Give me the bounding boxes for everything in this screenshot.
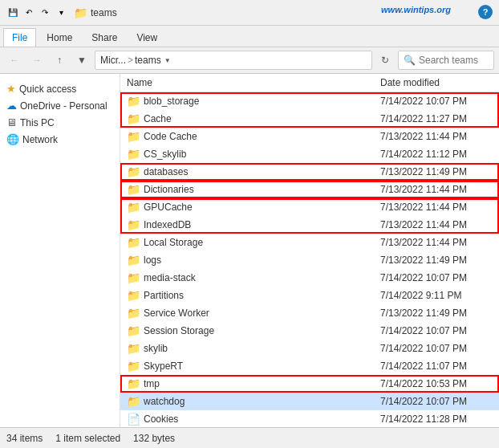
file-name: SkypeRT [144,360,380,372]
tab-file[interactable]: File [3,28,36,47]
column-date: Date modified [380,77,493,88]
folder-icon: 📁 [127,183,140,196]
file-name: Cache [144,113,380,124]
file-item-cookies[interactable]: 📄Cookies7/14/2022 11:28 PM [120,410,499,427]
file-item-logs[interactable]: 📁logs7/13/2022 11:49 PM [120,251,499,269]
status-bar: 34 items 1 item selected 132 bytes [0,427,499,448]
address-bar: ← → ↑ ▼ Micr... > teams ▼ ↻ 🔍 [0,47,499,74]
file-item-session-storage[interactable]: 📁Session Storage7/14/2022 10:07 PM [120,322,499,340]
folder-title-icon: 📁 [74,6,87,19]
column-name: Name [127,77,380,88]
file-name: GPUCache [144,202,380,213]
file-date: 7/14/2022 10:07 PM [380,343,493,354]
up-button[interactable]: ↑ [50,51,69,70]
sidebar-label-network: Network [22,134,58,145]
file-date: 7/14/2022 11:07 PM [380,360,493,372]
file-item-skylib[interactable]: 📁skylib7/14/2022 10:07 PM [120,340,499,357]
properties-icon[interactable]: ▾ [55,6,67,19]
help-button[interactable]: ? [478,5,493,19]
watermark: www.wintips.org [381,5,451,14]
file-name: Dictionaries [144,184,380,195]
file-date: 7/14/2022 11:28 PM [380,413,493,425]
window-title: teams [91,7,117,18]
sidebar-item-network[interactable]: 🌐 Network [0,131,120,148]
folder-icon: 📁 [127,289,140,302]
file-name: Code Cache [144,131,380,142]
status-file-size: 132 bytes [133,433,175,444]
cloud-icon: ☁ [6,100,17,112]
folder-icon: 📁 [127,218,140,231]
sidebar-label-onedrive: OneDrive - Personal [20,100,108,112]
file-item-dictionaries[interactable]: 📁Dictionaries7/13/2022 11:44 PM [120,181,499,198]
file-item-gpucache[interactable]: 📁GPUCache7/13/2022 11:44 PM [120,198,499,216]
folder-icon: 📁 [127,130,140,143]
ribbon-tabs: File Home Share View [0,26,499,47]
file-name: blob_storage [144,96,380,107]
path-part-teams: teams [135,55,161,66]
sidebar-label-this-pc: This PC [20,117,55,128]
recent-button[interactable]: ▼ [72,51,91,70]
file-item-local-storage[interactable]: 📁Local Storage7/13/2022 11:44 PM [120,234,499,251]
file-name: databases [144,166,380,177]
sidebar-item-this-pc[interactable]: 🖥 This PC [0,114,120,131]
file-date: 7/13/2022 11:49 PM [380,307,493,319]
folder-icon: 📁 [127,307,140,320]
forward-button[interactable]: → [27,51,47,70]
file-item-indexeddb[interactable]: 📁IndexedDB7/13/2022 11:44 PM [120,216,499,234]
sidebar-item-onedrive[interactable]: ☁ OneDrive - Personal [0,97,120,114]
file-name: IndexedDB [144,219,380,230]
file-name: Session Storage [144,325,380,336]
file-name: skylib [144,343,380,354]
file-item-cs_skylib[interactable]: 📁CS_skylib7/14/2022 11:12 PM [120,145,499,163]
file-date: 7/14/2022 10:07 PM [380,96,493,107]
file-item-media-stack[interactable]: 📁media-stack7/14/2022 10:07 PM [120,269,499,287]
file-date: 7/14/2022 10:53 PM [380,378,493,389]
file-list: Name Date modified 📁blob_storage7/14/202… [120,74,499,427]
star-icon: ★ [6,83,16,95]
file-item-blob_storage[interactable]: 📁blob_storage7/14/2022 10:07 PM [120,92,499,110]
redo-icon[interactable]: ↷ [39,6,51,19]
file-name: Local Storage [144,237,380,248]
file-item-service-worker[interactable]: 📁Service Worker7/13/2022 11:49 PM [120,304,499,322]
file-date: 7/13/2022 11:44 PM [380,219,493,230]
sidebar: ★ Quick access ☁ OneDrive - Personal 🖥 T… [0,74,120,427]
file-item-databases[interactable]: 📁databases7/13/2022 11:49 PM [120,163,499,181]
folder-icon: 📁 [127,377,140,390]
sidebar-label-quick-access: Quick access [19,83,76,95]
back-button[interactable]: ← [5,51,24,70]
file-date: 7/14/2022 9:11 PM [380,290,493,301]
status-item-count: 34 items [6,433,43,444]
file-date: 7/14/2022 10:07 PM [380,325,493,336]
file-item-code-cache[interactable]: 📁Code Cache7/13/2022 11:44 PM [120,128,499,145]
folder-icon: 📁 [127,95,140,108]
file-item-partitions[interactable]: 📁Partitions7/14/2022 9:11 PM [120,287,499,304]
file-date: 7/13/2022 11:44 PM [380,237,493,248]
save-icon[interactable]: 💾 [6,6,19,19]
undo-icon[interactable]: ↶ [22,6,35,19]
file-item-skypert[interactable]: 📁SkypeRT7/14/2022 11:07 PM [120,357,499,375]
folder-icon: 📁 [127,360,140,373]
tab-view[interactable]: View [128,28,166,47]
tab-home[interactable]: Home [38,28,81,47]
search-box[interactable]: 🔍 [398,51,494,70]
file-name: Partitions [144,290,380,301]
refresh-button[interactable]: ↻ [375,51,395,70]
folder-icon: 📁 [127,324,140,337]
file-item-tmp[interactable]: 📁tmp7/14/2022 10:53 PM [120,375,499,393]
file-name: tmp [144,378,380,389]
file-item-watchdog[interactable]: 📁watchdog7/14/2022 10:07 PM [120,393,499,410]
tab-share[interactable]: Share [83,28,126,47]
file-date: 7/13/2022 11:49 PM [380,166,493,177]
file-date: 7/14/2022 11:12 PM [380,149,493,160]
file-name: Cookies [144,413,380,425]
search-input[interactable] [419,55,483,66]
file-date: 7/13/2022 11:44 PM [380,202,493,213]
file-item-cache[interactable]: 📁Cache7/14/2022 11:27 PM [120,110,499,128]
sidebar-item-quick-access[interactable]: ★ Quick access [0,80,120,97]
search-icon: 🔍 [404,55,416,66]
file-list-header: Name Date modified [120,74,499,92]
address-path[interactable]: Micr... > teams ▼ [95,51,372,70]
folder-icon: 📁 [127,254,140,267]
path-dropdown[interactable]: ▼ [161,51,174,70]
file-date: 7/14/2022 11:27 PM [380,113,493,124]
